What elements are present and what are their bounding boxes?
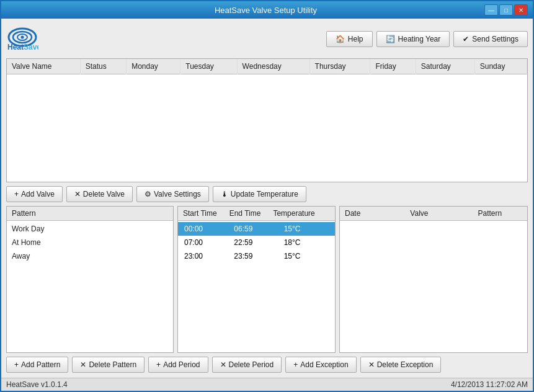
col-thursday: Thursday [309, 59, 370, 74]
col-sunday: Sunday [474, 59, 527, 74]
header-buttons: 🏠 Help 🔄 Heating Year ✔ Send Settings [326, 31, 528, 47]
pattern-panel-header: Pattern [7, 207, 173, 221]
valve-table-header: Valve Name Status Monday Tuesday Wednesd… [7, 59, 527, 74]
period-temp: 15°C [282, 224, 331, 234]
logo-area: Heat Save [6, 26, 38, 52]
period-end: 22:59 [231, 238, 281, 247]
list-item[interactable]: At Home [7, 236, 173, 249]
col-tuesday: Tuesday [180, 59, 237, 74]
col-end-time: End Time [229, 209, 261, 218]
period-temp: 18°C [282, 238, 331, 247]
col-friday: Friday [370, 59, 416, 74]
valve-settings-button[interactable]: ⚙ Valve Settings [136, 186, 209, 202]
period-end: 06:59 [231, 224, 281, 234]
help-button[interactable]: 🏠 Help [326, 31, 373, 47]
period-list: 00:00 06:59 15°C 07:00 22:59 18°C 23:00 … [178, 221, 335, 352]
delete-pattern-button[interactable]: ✕ Delete Pattern [72, 357, 145, 373]
add-pattern-button[interactable]: + Add Pattern [6, 357, 68, 373]
svg-text:Save: Save [24, 43, 38, 51]
update-temperature-button[interactable]: 🌡 Update Temperature [213, 186, 306, 202]
period-panel: Start Time End Time Temperature 00:00 06… [177, 206, 336, 353]
maximize-button[interactable]: □ [499, 4, 513, 16]
status-bar: HeatSave v1.0.1.4 4/12/2013 11:27:02 AM [1, 378, 533, 391]
valve-table: Valve Name Status Monday Tuesday Wednesd… [7, 59, 527, 74]
checkmark-icon: ✔ [463, 35, 469, 43]
period-row[interactable]: 07:00 22:59 18°C [178, 236, 335, 249]
col-valve: Valve [410, 209, 428, 218]
close-button[interactable]: ✕ [514, 4, 528, 16]
delete-period-button[interactable]: ✕ Delete Period [212, 357, 282, 373]
exception-panel-header: Date Valve Pattern [340, 207, 527, 221]
period-temp: 15°C [282, 251, 331, 261]
delete-exception-button[interactable]: ✕ Delete Exception [360, 357, 442, 373]
send-settings-button[interactable]: ✔ Send Settings [453, 31, 528, 47]
heatsave-logo: Heat Save [6, 26, 38, 52]
col-temperature: Temperature [273, 209, 314, 218]
x-icon: ✕ [368, 360, 375, 369]
calendar-icon: 🔄 [386, 35, 395, 43]
x-icon: ✕ [74, 190, 81, 198]
period-start: 23:00 [182, 251, 231, 261]
plus-icon: + [14, 190, 19, 198]
svg-text:Heat: Heat [7, 43, 24, 51]
content-area: Heat Save 🏠 Help 🔄 Heating Year ✔ Send S… [1, 19, 533, 378]
header-row: Heat Save 🏠 Help 🔄 Heating Year ✔ Send S… [6, 24, 528, 55]
title-bar: HeatSave Valve Setup Utility — □ ✕ [1, 1, 533, 19]
gear-icon: ⚙ [145, 190, 151, 198]
add-valve-button[interactable]: + Add Valve [6, 186, 63, 202]
window-controls: — □ ✕ [484, 4, 528, 16]
delete-valve-button[interactable]: ✕ Delete Valve [66, 186, 133, 202]
period-end: 23:59 [231, 251, 281, 261]
col-monday: Monday [127, 59, 180, 74]
exception-panel: Date Valve Pattern [339, 206, 528, 353]
add-period-button[interactable]: + Add Period [148, 357, 208, 373]
heating-year-button[interactable]: 🔄 Heating Year [376, 31, 450, 47]
list-item[interactable]: Work Day [7, 222, 173, 236]
col-pattern: Pattern [478, 209, 502, 218]
col-saturday: Saturday [416, 59, 474, 74]
toolbar-row: + Add Valve ✕ Delete Valve ⚙ Valve Setti… [6, 186, 528, 202]
period-start: 00:00 [182, 224, 231, 234]
x-icon: ✕ [220, 360, 226, 369]
plus-icon: + [14, 360, 19, 369]
main-window: HeatSave Valve Setup Utility — □ ✕ Heat … [0, 0, 534, 392]
bottom-buttons-row: + Add Pattern ✕ Delete Pattern + Add Per… [6, 357, 528, 373]
add-exception-button[interactable]: + Add Exception [285, 357, 356, 373]
period-row[interactable]: 23:00 23:59 15°C [178, 249, 335, 263]
exception-list [340, 221, 527, 352]
period-start: 07:00 [182, 238, 231, 247]
plus-icon: + [293, 360, 298, 369]
col-valve-name: Valve Name [7, 59, 80, 74]
col-date: Date [345, 209, 360, 218]
svg-point-3 [21, 36, 24, 39]
bottom-panels: Pattern Work Day At Home Away Start Time… [6, 206, 528, 353]
datetime-text: 4/12/2013 11:27:02 AM [451, 380, 528, 389]
col-wednesday: Wednesday [237, 59, 309, 74]
window-title: HeatSave Valve Setup Utility [47, 6, 484, 15]
x-icon: ✕ [80, 360, 86, 369]
period-panel-header: Start Time End Time Temperature [178, 207, 335, 221]
thermometer-icon: 🌡 [221, 190, 228, 198]
period-row[interactable]: 00:00 06:59 15°C [178, 222, 335, 236]
help-icon: 🏠 [336, 35, 345, 43]
pattern-list: Work Day At Home Away [7, 221, 173, 352]
col-status: Status [80, 59, 126, 74]
version-text: HeatSave v1.0.1.4 [6, 380, 68, 389]
plus-icon: + [156, 360, 161, 369]
valve-table-area: Valve Name Status Monday Tuesday Wednesd… [6, 58, 528, 182]
pattern-panel: Pattern Work Day At Home Away [6, 206, 174, 353]
list-item[interactable]: Away [7, 249, 173, 263]
minimize-button[interactable]: — [484, 4, 498, 16]
col-start-time: Start Time [183, 209, 217, 218]
